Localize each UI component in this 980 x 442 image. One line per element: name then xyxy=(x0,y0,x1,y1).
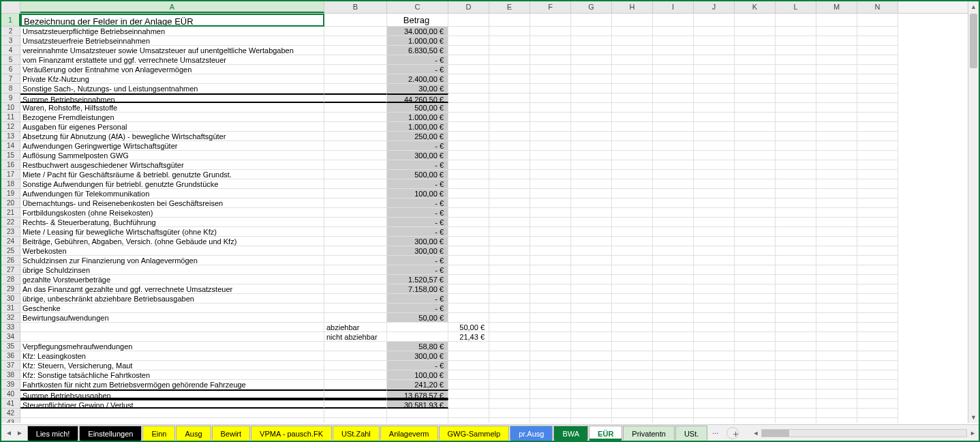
cell[interactable] xyxy=(694,256,735,265)
select-all-corner[interactable] xyxy=(1,1,20,14)
cell[interactable] xyxy=(612,237,653,246)
cell[interactable] xyxy=(530,313,571,323)
cell[interactable] xyxy=(816,265,857,275)
cell[interactable] xyxy=(816,198,857,208)
cell[interactable] xyxy=(653,170,694,179)
cell[interactable] xyxy=(735,198,776,208)
cell[interactable]: übrige Schuldzinsen xyxy=(20,265,324,275)
cell[interactable] xyxy=(530,55,571,65)
cell[interactable] xyxy=(776,418,816,423)
cell[interactable]: 58,80 € xyxy=(387,342,448,351)
column-header-E[interactable]: E xyxy=(489,1,530,13)
cell[interactable]: - € xyxy=(387,294,448,304)
cell[interactable] xyxy=(653,332,694,342)
cell[interactable] xyxy=(324,93,387,103)
cell[interactable]: - € xyxy=(387,256,448,265)
sheet-tab-einn[interactable]: Einn xyxy=(142,426,175,441)
cell[interactable] xyxy=(448,189,489,198)
cell[interactable] xyxy=(448,46,489,55)
cell[interactable] xyxy=(448,284,489,294)
cell[interactable] xyxy=(857,141,898,151)
cell[interactable] xyxy=(653,380,694,389)
cell[interactable] xyxy=(653,304,694,313)
cell[interactable] xyxy=(448,14,489,27)
cell[interactable] xyxy=(816,122,857,132)
row-header-18[interactable]: 18 xyxy=(1,179,20,189)
cell[interactable] xyxy=(489,370,530,380)
cell[interactable] xyxy=(735,93,776,103)
header-cell-a[interactable]: Bezeichnung der Felder in der Anlage EÜR xyxy=(20,14,324,27)
row-header-3[interactable]: 3 xyxy=(1,36,20,46)
cell[interactable] xyxy=(571,14,612,27)
cell[interactable] xyxy=(489,141,530,151)
cell[interactable] xyxy=(735,218,776,227)
cell[interactable] xyxy=(857,151,898,160)
cell[interactable]: 241,20 € xyxy=(387,380,448,389)
cell[interactable] xyxy=(735,208,776,218)
cell[interactable] xyxy=(324,151,387,160)
row-header-20[interactable]: 20 xyxy=(1,198,20,208)
cell[interactable] xyxy=(612,93,653,103)
cell[interactable] xyxy=(653,323,694,332)
cell[interactable] xyxy=(489,198,530,208)
row-header-1[interactable]: 1 xyxy=(1,14,20,27)
cell[interactable]: Summe Betriebsausgaben xyxy=(20,389,324,399)
cell[interactable]: - € xyxy=(387,179,448,189)
cell[interactable]: Waren, Rohstoffe, Hilfsstoffe xyxy=(20,103,324,113)
row-header-9[interactable]: 9 xyxy=(1,93,20,103)
cell[interactable] xyxy=(735,237,776,246)
cell[interactable] xyxy=(530,103,571,113)
cell[interactable] xyxy=(324,275,387,284)
cell[interactable] xyxy=(612,323,653,332)
cell[interactable] xyxy=(324,14,387,27)
cell[interactable] xyxy=(653,65,694,74)
cell[interactable] xyxy=(816,275,857,284)
cell[interactable] xyxy=(324,342,387,351)
cell[interactable] xyxy=(448,55,489,65)
cell[interactable] xyxy=(489,294,530,304)
cell[interactable] xyxy=(324,103,387,113)
cell[interactable] xyxy=(653,55,694,65)
cell[interactable] xyxy=(776,46,816,55)
cell[interactable] xyxy=(776,227,816,237)
cell[interactable] xyxy=(612,113,653,122)
cell[interactable] xyxy=(776,65,816,74)
cell[interactable] xyxy=(324,74,387,84)
cell[interactable]: Verpflegungsmehraufwendungen xyxy=(20,342,324,351)
cell[interactable] xyxy=(448,27,489,36)
cell[interactable] xyxy=(816,304,857,313)
cell[interactable] xyxy=(653,122,694,132)
cell[interactable] xyxy=(571,265,612,275)
cell[interactable] xyxy=(857,36,898,46)
cell[interactable] xyxy=(324,208,387,218)
cell[interactable] xyxy=(776,246,816,256)
cell[interactable] xyxy=(612,265,653,275)
cell[interactable] xyxy=(857,265,898,275)
cell[interactable] xyxy=(324,399,387,409)
cell[interactable] xyxy=(324,122,387,132)
cell[interactable] xyxy=(324,36,387,46)
cell[interactable] xyxy=(694,84,735,93)
row-header-27[interactable]: 27 xyxy=(1,265,20,275)
cell[interactable] xyxy=(694,332,735,342)
cell[interactable] xyxy=(735,304,776,313)
cell[interactable] xyxy=(776,74,816,84)
cell[interactable] xyxy=(776,284,816,294)
cell[interactable] xyxy=(653,14,694,27)
cell[interactable] xyxy=(735,151,776,160)
cell[interactable]: 50,00 € xyxy=(387,313,448,323)
cell[interactable]: 250,00 € xyxy=(387,132,448,141)
cell[interactable]: Fortbildungskosten (ohne Reisekosten) xyxy=(20,208,324,218)
cell[interactable]: Übernachtungs- und Reisenebenkosten bei … xyxy=(20,198,324,208)
row-header-5[interactable]: 5 xyxy=(1,55,20,65)
cell[interactable] xyxy=(735,246,776,256)
cell[interactable]: Rechts- & Steuerberatung, Buchführung xyxy=(20,218,324,227)
cell[interactable] xyxy=(489,46,530,55)
cell[interactable] xyxy=(735,122,776,132)
cell[interactable] xyxy=(694,74,735,84)
cell[interactable]: Auflösung Sammelposten GWG xyxy=(20,151,324,160)
cell[interactable]: Kfz: Sonstige tatsächliche Fahrtkosten xyxy=(20,370,324,380)
cell[interactable] xyxy=(735,275,776,284)
tab-nav-next-icon[interactable]: ► xyxy=(16,429,23,437)
sheet-tab-bewirt[interactable]: Bewirt xyxy=(212,426,251,441)
